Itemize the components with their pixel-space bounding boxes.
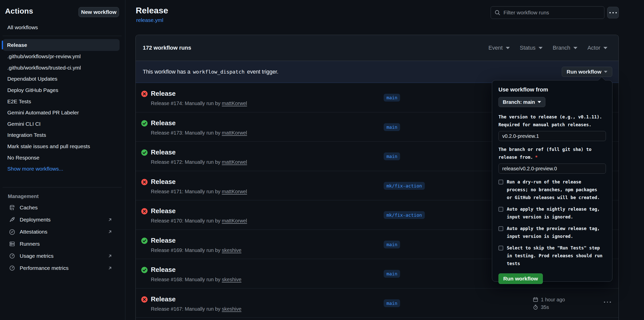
run-title-link[interactable]: Release — [151, 178, 176, 186]
run-description: Release #171: Manually run by mattKorwel — [151, 189, 247, 195]
checkbox[interactable] — [498, 207, 503, 212]
success-check-icon — [141, 267, 148, 273]
checkbox-label: Auto apply the nightly release tag, inpu… — [507, 205, 600, 221]
branch-badge[interactable]: main — [384, 270, 400, 278]
branch-badge[interactable]: mk/fix-action — [384, 211, 425, 219]
run-actor-link[interactable]: skeshive — [222, 277, 241, 282]
failure-x-icon — [141, 208, 148, 214]
sidebar-item-performance-metrics[interactable]: Performance metrics — [3, 262, 120, 274]
sidebar-item-all-workflows[interactable]: All workflows — [3, 22, 120, 33]
version-input[interactable] — [498, 131, 606, 141]
workflow-option-checkbox-row[interactable]: Select to skip the "Run Tests" step in t… — [498, 244, 606, 268]
search-icon — [494, 10, 500, 16]
management-item-label: Attestations — [20, 229, 47, 235]
new-workflow-button[interactable]: New workflow — [78, 7, 119, 17]
branch-badge[interactable]: main — [384, 241, 400, 248]
run-actor-link[interactable]: mattKorwel — [222, 189, 247, 194]
run-title-link[interactable]: Release — [151, 148, 176, 156]
sidebar-item-deployments[interactable]: Deployments — [3, 214, 120, 226]
sidebar-selected-slot: Release — [3, 39, 120, 51]
run-actor-link[interactable]: mattKorwel — [222, 159, 247, 165]
selected-accent-bar — [2, 41, 3, 49]
workflow-option-checkbox-row[interactable]: Auto apply the preview release tag, inpu… — [498, 225, 606, 240]
runs-filters: Event Status Branch Actor — [488, 45, 607, 51]
run-title-link[interactable]: Release — [151, 237, 176, 244]
rocket-icon — [9, 217, 15, 223]
run-title-link[interactable]: Release — [151, 295, 176, 303]
branch-badge[interactable]: main — [384, 94, 400, 102]
sidebar-item-workflow[interactable]: Mark stale issues and pull requests — [3, 141, 120, 152]
run-title-link[interactable]: Release — [151, 266, 176, 274]
runs-filter-status[interactable]: Status — [520, 45, 543, 51]
show-more-workflows-link[interactable]: Show more workflows... — [3, 163, 120, 175]
sidebar-item-selected-workflow[interactable]: Release — [3, 39, 120, 51]
workflow-option-checkbox-row[interactable]: Auto apply the nightly release tag, inpu… — [498, 205, 606, 221]
runs-filter-branch[interactable]: Branch — [553, 45, 577, 51]
run-title-link[interactable]: Release — [151, 90, 176, 98]
checkbox[interactable] — [498, 246, 503, 250]
sidebar-item-workflow[interactable]: E2E Tests — [3, 96, 120, 107]
filter-runs-input[interactable] — [503, 10, 601, 16]
workflow-file-link[interactable]: release.yml — [136, 17, 163, 23]
branch-badge[interactable]: main — [384, 152, 400, 160]
page-title: Release — [136, 6, 168, 15]
run-actor-link[interactable]: mattKorwel — [222, 101, 247, 106]
branch-badge[interactable]: mk/fix-action — [384, 182, 425, 190]
sidebar-divider — [3, 36, 122, 36]
runs-filter-label: Branch — [553, 45, 570, 51]
runs-count: 172 workflow runs — [143, 45, 191, 51]
banner-text: This workflow has a workflow_dispatch ev… — [143, 69, 278, 75]
run-title-link[interactable]: Release — [151, 207, 176, 215]
branch-selector-button[interactable]: Branch: main — [498, 97, 545, 107]
run-actor-link[interactable]: skeshive — [222, 247, 241, 253]
external-link-icon — [107, 253, 113, 259]
ref-input[interactable] — [498, 164, 606, 174]
banner-prefix: This workflow has a — [143, 69, 190, 75]
sidebar-item-workflow[interactable]: Dependabot Updates — [3, 73, 120, 85]
run-duration: 35s — [541, 304, 549, 310]
chevron-down-icon — [506, 47, 510, 49]
sidebar-item-workflow[interactable]: Gemini CLI CI — [3, 118, 120, 130]
chevron-down-icon — [538, 101, 541, 103]
run-meta: 1 hour ago 35s — [533, 297, 565, 310]
sidebar-item-workflow[interactable]: No Response — [3, 152, 120, 163]
sidebar-item-caches[interactable]: Caches — [3, 202, 120, 214]
chevron-down-icon — [573, 47, 577, 49]
sidebar-item-usage-metrics[interactable]: Usage metrics — [3, 250, 120, 262]
sidebar-item-workflow[interactable]: Integration Tests — [3, 130, 120, 141]
checkbox[interactable] — [498, 180, 503, 184]
sidebar-item-attestations[interactable]: Attestations — [3, 226, 120, 238]
cache-icon — [9, 205, 15, 211]
sidebar-item-runners[interactable]: Runners — [3, 238, 120, 250]
workflow-option-checkbox-row[interactable]: Run a dry-run of the release process; no… — [498, 178, 606, 202]
sidebar-item-workflow[interactable]: Gemini Automated PR Labeler — [3, 107, 120, 118]
management-item-label: Caches — [20, 205, 38, 211]
run-description: Release #170: Manually run by mattKorwel — [151, 218, 247, 224]
chevron-down-icon — [604, 71, 607, 73]
run-title-link[interactable]: Release — [151, 119, 176, 127]
checkbox[interactable] — [498, 226, 503, 231]
run-kebab-menu[interactable] — [604, 302, 611, 303]
run-workflow-dropdown-button[interactable]: Run workflow — [562, 67, 612, 77]
run-actor-link[interactable]: mattKorwel — [222, 130, 247, 136]
sidebar-item-workflow[interactable]: .github/workflows/trusted-ci.yml — [3, 62, 120, 74]
workflow-options-list: Run a dry-run of the release process; no… — [498, 178, 606, 268]
run-description: Release #172: Manually run by mattKorwel — [151, 159, 247, 165]
branch-badge[interactable]: main — [384, 123, 400, 131]
run-actor-link[interactable]: skeshive — [222, 306, 241, 312]
ref-field-label-text: The branch or ref (full git sha) to rele… — [498, 147, 592, 160]
run-workflow-submit-button[interactable]: Run workflow — [498, 273, 543, 284]
checkbox-label: Auto apply the preview release tag, inpu… — [507, 225, 600, 240]
sidebar-item-workflow[interactable]: Deploy GitHub Pages — [3, 85, 120, 96]
runs-filter-event[interactable]: Event — [488, 45, 510, 51]
runs-filter-actor[interactable]: Actor — [587, 45, 607, 51]
kebab-icon — [609, 12, 617, 13]
sidebar-item-workflow[interactable]: .github/workflows/pr-review.yml — [3, 51, 120, 62]
run-actor-link[interactable]: mattKorwel — [222, 218, 247, 223]
run-description: Release #173: Manually run by mattKorwel — [151, 130, 247, 136]
use-workflow-from-label: Use workflow from — [498, 86, 606, 93]
page-kebab-menu-button[interactable] — [607, 7, 619, 18]
branch-selector-label: Branch: main — [503, 99, 535, 105]
management-section-label: Management — [8, 194, 39, 199]
branch-badge[interactable]: main — [384, 299, 400, 307]
